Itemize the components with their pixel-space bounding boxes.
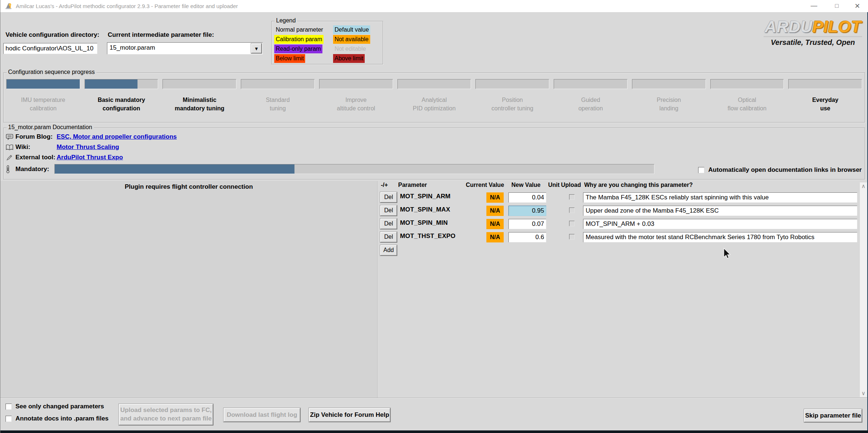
table-row: Del MOT_SPIN_MIN N/A [378, 217, 868, 231]
footer-bar: See only changed parameters Annotate doc… [0, 398, 868, 430]
mandatory-label: Mandatory: [15, 166, 57, 173]
documentation-group-title: 15_motor.param Documentation [7, 124, 94, 131]
logo-tagline: Versatile, Trusted, Open [764, 38, 862, 47]
param-file-combobox[interactable]: 15_motor.param ▼ [107, 42, 263, 54]
vertical-scrollbar[interactable]: ∧ ∨ [860, 182, 867, 397]
scroll-up-icon[interactable]: ∧ [860, 182, 867, 190]
current-value-cell: N/A [486, 206, 504, 216]
legend-item-below-limit: Below limit [274, 54, 333, 63]
phase-label-standard-tuning[interactable]: Standard tuning [241, 94, 315, 113]
reason-input[interactable] [583, 219, 857, 229]
phase-label-precision-landing[interactable]: Precision landing [632, 94, 706, 113]
upload-checkbox[interactable] [569, 194, 575, 200]
upload-checkbox[interactable] [569, 221, 575, 226]
add-button[interactable]: Add [380, 245, 397, 256]
phase-progressbar [788, 79, 862, 89]
table-row: Del MOT_SPIN_ARM N/A [378, 191, 868, 204]
see-only-changed-label: See only changed parameters [15, 403, 104, 410]
phase-progressbar [397, 79, 471, 89]
phase-progressbar [475, 79, 549, 89]
del-button[interactable]: Del [380, 219, 397, 229]
annotate-docs-label: Annotate docs into .param files [15, 415, 108, 422]
logo-ardu: ARDU [765, 17, 812, 36]
current-value-cell: N/A [486, 219, 504, 229]
download-log-button[interactable]: Download last flight log [224, 408, 300, 422]
new-value-input[interactable] [508, 232, 546, 242]
annotate-docs-checkbox[interactable] [6, 416, 12, 422]
reason-input[interactable] [583, 206, 857, 216]
legend-item-normal: Normal parameter [274, 25, 333, 34]
upload-params-button[interactable]: Upload selected params to FC, and advanc… [119, 404, 213, 425]
reason-input[interactable] [583, 232, 857, 242]
phase-progressbar [85, 79, 158, 89]
plugin-pane: Plugin requires flight controller connec… [0, 181, 378, 398]
param-name: MOT_THST_EXPO [400, 233, 456, 240]
param-file-label: Current intermediate parameter file: [108, 31, 214, 39]
minimize-button[interactable]: — [806, 0, 822, 12]
phase-label-position-controller[interactable]: Position controller tuning [475, 94, 549, 113]
external-tool-icon [6, 154, 15, 161]
wiki-label: Wiki: [15, 143, 57, 151]
phase-label-optical-flow[interactable]: Optical flow calibration [710, 94, 784, 113]
upload-checkbox[interactable] [569, 207, 575, 213]
legend-item-not-editable: Not editable [333, 44, 370, 53]
scroll-down-icon[interactable]: ∨ [860, 390, 867, 397]
del-button[interactable]: Del [380, 205, 397, 216]
upload-checkbox[interactable] [569, 234, 575, 239]
forum-blog-link[interactable]: ESC, Motor and propeller configurations [57, 133, 177, 141]
legend-title: Legend [275, 17, 297, 24]
table-row: Del MOT_SPIN_MAX N/A [378, 204, 868, 217]
new-value-input[interactable] [508, 219, 546, 229]
plugin-message: Plugin requires flight controller connec… [0, 183, 377, 191]
dropdown-arrow-icon: ▼ [254, 46, 259, 52]
mouse-cursor [723, 248, 732, 260]
zip-vehicle-button[interactable]: Zip Vehicle for Forum Help [309, 408, 390, 422]
phase-label-basic-mandatory[interactable]: Basic mandatory configuration [85, 94, 158, 113]
param-name: MOT_SPIN_ARM [400, 193, 450, 200]
col-header-parameter: Parameter [398, 182, 427, 188]
app-icon [5, 3, 12, 10]
phase-label-improve-altitude[interactable]: Improve altitude control [319, 94, 393, 113]
phase-label-minimalistic-tuning[interactable]: Minimalistic mandatory tuning [162, 94, 236, 113]
auto-open-label: Automatically open documentation links i… [708, 166, 862, 174]
maximize-button[interactable]: □ [828, 0, 845, 12]
auto-open-checkbox[interactable] [698, 167, 704, 173]
col-header-unit: Unit [548, 182, 560, 188]
legend-item-default: Default value [333, 25, 370, 34]
col-header-new-value: New Value [511, 182, 540, 188]
external-tool-label: External tool: [15, 154, 57, 161]
reason-input[interactable] [583, 192, 857, 203]
del-button[interactable]: Del [380, 192, 397, 203]
forum-blog-icon [6, 134, 15, 141]
ardupilot-logo: ARDUPILOT Versatile, Trusted, Open [764, 18, 862, 47]
mandatory-progressbar [54, 164, 654, 174]
close-button[interactable]: × [849, 0, 866, 12]
combobox-dropdown-button[interactable]: ▼ [251, 43, 262, 53]
phase-label-analytical-pid[interactable]: Analytical PID optimization [397, 94, 471, 113]
phase-label-everyday-use[interactable]: Everyday use [788, 94, 862, 113]
wiki-link[interactable]: Motor Thrust Scaling [57, 143, 119, 151]
phase-label-imu-temp-cal[interactable]: IMU temperature calibration [6, 94, 80, 113]
phase-progressbar [6, 79, 80, 89]
param-name: MOT_SPIN_MIN [400, 219, 448, 227]
legend-item-above-limit: Above limit [333, 54, 370, 63]
phase-progressbar [241, 79, 315, 89]
app-window: Amilcar Lucas's - ArduPilot methodic con… [0, 0, 868, 433]
legend-item-readonly: Read-only param [274, 44, 333, 53]
phase-progressbar [319, 79, 393, 89]
logo-pilot: PILOT [812, 17, 861, 36]
phase-progressbar [632, 79, 706, 89]
new-value-input[interactable] [508, 192, 546, 203]
new-value-input[interactable] [508, 206, 546, 216]
skip-param-file-button[interactable]: Skip parameter file [804, 409, 862, 422]
see-only-changed-checkbox[interactable] [6, 404, 12, 410]
phase-label-guided-operation[interactable]: Guided operation [554, 94, 628, 113]
del-button[interactable]: Del [380, 232, 397, 242]
col-header-current-value: Current Value [466, 182, 504, 188]
window-title: Amilcar Lucas's - ArduPilot methodic con… [16, 0, 238, 12]
param-file-value: 15_motor.param [107, 43, 262, 54]
progress-group-title: Configuration sequence progress [7, 69, 96, 75]
external-tool-link[interactable]: ArduPilot Thrust Expo [57, 154, 123, 161]
vehicle-dir-input[interactable] [3, 43, 97, 54]
table-row: Del MOT_THST_EXPO N/A [378, 231, 868, 244]
